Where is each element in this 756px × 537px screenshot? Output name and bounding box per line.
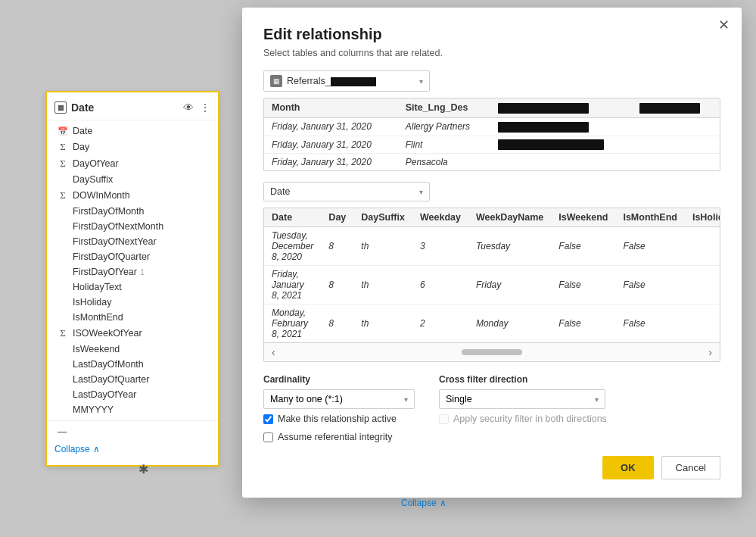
t2-r2-isholid <box>685 266 720 304</box>
t2-r3-wdname: Monday <box>468 304 551 343</box>
active-checkbox[interactable] <box>263 414 273 424</box>
action-buttons: OK Cancel <box>263 456 720 479</box>
t2-r2-ismonthend: False <box>615 266 685 304</box>
blank-icon <box>58 390 68 399</box>
sidebar-item-firstdayofnextmonth[interactable]: FirstDayOfNextMonth <box>47 219 218 234</box>
t2-r3-isweekend: False <box>551 304 615 343</box>
t2-r2-wdname: Friday <box>468 266 551 304</box>
sidebar-item-mmyyyy[interactable]: MMYYYY <box>47 402 218 417</box>
sidebar-item-isweekend[interactable]: IsWeekend <box>47 342 218 357</box>
sidebar-item-label: LastDayOfMonth <box>73 359 144 370</box>
blank-icon <box>58 237 68 246</box>
cardinality-group: Cardinality Many to one (*:1) ▾ Make thi… <box>263 374 415 445</box>
sidebar-item-date[interactable]: 📅 Date <box>47 123 218 139</box>
sidebar-item-label: LastDayOfQuarter <box>73 374 149 385</box>
visibility-icon[interactable]: 👁 <box>183 101 194 114</box>
t1-r2-red2 <box>632 136 720 154</box>
sidebar-item-label: FirstDayOfQuarter <box>73 251 150 262</box>
integrity-checkbox-label: Assume referential integrity <box>278 432 392 442</box>
blank-icon <box>58 267 68 276</box>
sidebar-item-label: IsHoliday <box>73 297 111 308</box>
table2-dropdown-arrow: ▾ <box>419 188 423 196</box>
sidebar-item-label: Day <box>73 142 89 152</box>
sidebar-item-label: DaySuffix <box>73 174 113 185</box>
sidebar-item-firstdayofyear[interactable]: FirstDayOfYear 1 <box>47 264 218 279</box>
integrity-checkbox[interactable] <box>263 432 273 442</box>
t2-r3-ismonthend: False <box>615 304 685 343</box>
t2-r3-day: 8 <box>321 304 353 343</box>
chevron-up-icon: ∧ <box>93 444 100 454</box>
sidebar-item-day[interactable]: Σ Day <box>47 139 218 155</box>
sidebar-item-label: IsWeekend <box>73 344 120 354</box>
sidebar-item-label: LastDayOfYear <box>73 389 136 400</box>
cardinality-arrow: ▾ <box>404 395 408 404</box>
sigma-icon: Σ <box>58 141 68 153</box>
table1-col-redacted2 <box>632 98 720 117</box>
t2-col-isholid: IsHolid. <box>685 208 720 227</box>
active-checkbox-row: Make this relationship active <box>263 414 415 424</box>
cardinality-value: Many to one (*:1) <box>270 394 401 404</box>
t2-r1-suffix: th <box>353 227 412 266</box>
sidebar-item-lastdayofyear[interactable]: LastDayOfYear <box>47 387 218 402</box>
t2-r2-isweekend: False <box>551 266 615 304</box>
t2-r2-suffix: th <box>353 266 412 304</box>
t2-col-ismonthend: IsMonthEnd <box>615 208 685 227</box>
t2-col-wdname: WeekDayName <box>468 208 551 227</box>
scroll-right-arrow[interactable]: › <box>704 345 717 360</box>
canvas-collapse-button[interactable]: Collapse ∧ <box>401 498 446 508</box>
cross-filter-label: Cross filter direction <box>439 374 607 385</box>
t2-r3-weekday: 2 <box>412 304 468 343</box>
sidebar-collapse-button[interactable]: Collapse ∧ <box>47 439 218 459</box>
ok-button[interactable]: OK <box>602 456 654 479</box>
sidebar-item-firstdayofquarter[interactable]: FirstDayOfQuarter <box>47 249 218 264</box>
t2-r1-date: Tuesday, December 8, 2020 <box>264 227 321 266</box>
sidebar-item-dayofyear[interactable]: Σ DayOfYear <box>47 155 218 172</box>
t1-r2-month: Friday, January 31, 2020 <box>264 136 398 154</box>
sidebar-header: ▦ Date 👁 ⋮ <box>47 98 218 120</box>
sidebar-item-holidaytext[interactable]: HolidayText <box>47 279 218 295</box>
scrollbar-thumb[interactable] <box>462 349 522 355</box>
cancel-button[interactable]: Cancel <box>661 456 720 479</box>
table2-dropdown[interactable]: Date ▾ <box>263 182 430 201</box>
t2-r1-weekday: 3 <box>412 227 468 266</box>
blank-icon <box>58 283 68 292</box>
t1-r3-red2 <box>632 154 720 171</box>
t1-r1-red1 <box>490 117 631 136</box>
sidebar-item-firstdayofnextyear[interactable]: FirstDayOfNextYear <box>47 234 218 249</box>
table2-preview: Date Day DaySuffix Weekday WeekDayName I… <box>263 208 720 362</box>
table1-col-month: Month <box>264 98 398 117</box>
chevron-up-icon: ∧ <box>440 498 446 508</box>
table1-col-redacted1 <box>490 98 631 117</box>
t2-r3-isholid <box>685 304 720 343</box>
sigma-icon: Σ <box>58 189 68 201</box>
sidebar-item-dash[interactable]: — <box>47 424 218 439</box>
sidebar-item-label: FirstDayOfYear 1 <box>73 267 145 277</box>
more-icon[interactable]: ⋮ <box>200 101 210 114</box>
sidebar-panel: ▦ Date 👁 ⋮ 📅 Date Σ Day Σ DayOfYear DayS… <box>45 91 219 467</box>
sidebar-item-daysuffix[interactable]: DaySuffix <box>47 172 218 187</box>
blank-icon <box>58 222 68 231</box>
security-checkbox[interactable] <box>439 414 449 424</box>
modal-title: Edit relationship <box>263 26 720 43</box>
sidebar-item-lastdayofquarter[interactable]: LastDayOfQuarter <box>47 372 218 387</box>
sidebar-item-lastdayofmonth[interactable]: LastDayOfMonth <box>47 357 218 372</box>
t2-r1-wdname: Tuesday <box>468 227 551 266</box>
sidebar-item-label: FirstDayOfNextYear <box>73 236 157 247</box>
scroll-left-arrow[interactable]: ‹ <box>267 345 280 360</box>
sidebar-item-label: ISOWeekOfYear <box>73 328 142 339</box>
cardinality-dropdown[interactable]: Many to one (*:1) ▾ <box>263 389 415 409</box>
cross-filter-dropdown[interactable]: Single ▾ <box>439 389 605 409</box>
table2-scroll[interactable]: Date Day DaySuffix Weekday WeekDayName I… <box>264 208 720 342</box>
table1-dropdown[interactable]: ▦ Referrals_ ▾ <box>263 70 430 92</box>
sidebar-item-dowinmonth[interactable]: Σ DOWInMonth <box>47 187 218 204</box>
sidebar-title-text: Date <box>71 101 94 114</box>
t2-col-day: Day <box>321 208 353 227</box>
t1-r1-month: Friday, January 31, 2020 <box>264 117 398 136</box>
close-button[interactable]: ✕ <box>718 18 730 32</box>
sidebar-item-isholiday[interactable]: IsHoliday <box>47 295 218 310</box>
table1-dropdown-arrow: ▾ <box>419 77 423 86</box>
sidebar-item-firstdayofmonth[interactable]: FirstDayOfMonth <box>47 204 218 219</box>
canvas-collapse-label: Collapse <box>401 498 437 508</box>
sidebar-item-isoweekofyear[interactable]: Σ ISOWeekOfYear <box>47 325 218 342</box>
sidebar-item-ismonthend[interactable]: IsMonthEnd <box>47 310 218 325</box>
